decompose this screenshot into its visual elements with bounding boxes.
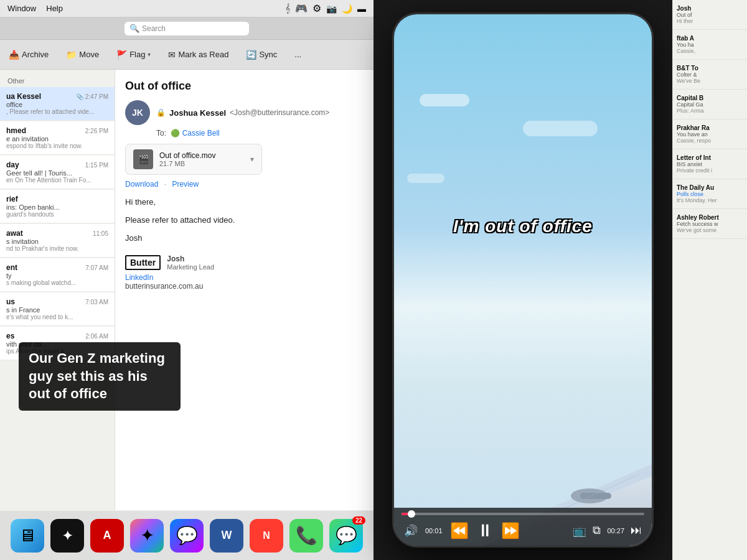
body-sign: Josh [125, 232, 364, 245]
list-item[interactable]: Ashley Robert Fetch success w We've got … [673, 209, 747, 239]
email-subject: ty [6, 272, 108, 279]
dock-messenger[interactable]: 💬 [170, 519, 204, 553]
left-panel: Window Help 𝄞 🎮 ⚙ 📷 🌙 ▬ 🔍 Search 📥 Archi… [0, 0, 374, 560]
right-email-strip: Josh Out of Hi ther ftab A You ha Cassie… [672, 0, 747, 560]
attachment-name: Out of office.mov [159, 151, 244, 160]
email-sender: us [6, 297, 15, 306]
email-sender: ua Kessel [6, 92, 41, 101]
email-subject: Geer tell all! | Touris... [6, 169, 108, 177]
dock-phone[interactable]: 📞 [289, 519, 323, 553]
sender-avatar: JK [125, 100, 150, 125]
rewind-icon[interactable]: ⏪ [450, 522, 469, 539]
list-item[interactable]: us 7:03 AM s in France e's what you need… [0, 292, 115, 326]
body-line1: Please refer to attached video. [125, 214, 364, 227]
flag-label: Flag [129, 50, 145, 59]
search-input-area[interactable]: 🔍 Search [125, 22, 249, 35]
dock-word[interactable]: W [210, 519, 243, 553]
list-item[interactable]: hmed 2:26 PM e an invitation espond to I… [0, 121, 115, 155]
signature-linkedin[interactable]: LinkedIn [125, 273, 364, 282]
list-item[interactable]: ftab A You ha Cassie, [673, 30, 747, 60]
controls-row: 🔊 00:01 ⏪ ⏸ ⏩ 📺 ⧉ 00:27 ⏭ [402, 520, 644, 541]
strip-preview: Private credit i [677, 167, 743, 174]
flag-button[interactable]: 🚩 Flag ▾ [113, 47, 154, 62]
dock-figma[interactable]: ✦ [130, 519, 164, 553]
list-item[interactable]: ent 7:07 AM ty s making global watchd... [0, 258, 115, 292]
controls-right: 📺 ⧉ 00:27 ⏭ [573, 524, 642, 538]
fast-forward-icon[interactable]: ⏩ [501, 522, 520, 539]
dock: 🖥 ✦ A ✦ 💬 W N 📞 💬 [0, 510, 374, 560]
list-item[interactable]: B&T To Colter & We've Be [673, 60, 747, 90]
search-placeholder: Search [142, 24, 166, 33]
email-time: 2:06 AM [85, 333, 108, 340]
preview-link[interactable]: Preview [172, 180, 199, 189]
email-subject: s invitation [6, 238, 108, 245]
strip-subject: Fetch success w [677, 221, 743, 227]
strip-preview: Hi ther [677, 18, 743, 24]
email-sender: hmed [6, 126, 26, 135]
attachment-chevron-icon: ▾ [250, 155, 254, 164]
strip-preview: Cassie, respo [677, 138, 743, 144]
play-pause-icon[interactable]: ⏸ [476, 520, 494, 541]
move-button[interactable]: 📁 Move [62, 47, 103, 62]
list-item[interactable]: rief ins: Open banki... guard's handouts [0, 190, 115, 223]
list-item[interactable]: ua Kessel 📎 2:47 PM office , Please refe… [0, 87, 115, 121]
progress-fill [402, 513, 411, 515]
signature-company: Butter [125, 255, 161, 270]
system-icons: 𝄞 🎮 ⚙ 📷 🌙 ▬ [285, 2, 366, 14]
mark-as-read-label: Mark as Read [178, 50, 228, 59]
email-detail: Out of office JK 🔒 Joshua Kessel <Josh@b… [115, 70, 374, 560]
move-icon: 📁 [66, 50, 77, 60]
to-name: Cassie Bell [182, 129, 220, 138]
email-from-row: JK 🔒 Joshua Kessel <Josh@butterinsurance… [125, 100, 364, 125]
signature-title: Marketing Lead [167, 263, 214, 271]
mark-as-read-button[interactable]: ✉ Mark as Read [164, 47, 232, 62]
toolbar: 📥 Archive 📁 Move 🚩 Flag ▾ ✉ Mark as Read… [0, 40, 374, 70]
cloud-3 [407, 174, 444, 183]
flag-icon: 🚩 [116, 50, 127, 60]
strip-preview: It's Monday. Her [677, 197, 743, 203]
controls-left: 🔊 00:01 ⏪ ⏸ ⏩ [404, 520, 520, 541]
list-item[interactable]: Prakhar Ra You have an Cassie, respo [673, 119, 747, 149]
list-item[interactable]: Capital B Capital Ga Plus: Arma [673, 90, 747, 119]
strip-sender: Josh [677, 5, 743, 12]
strip-subject: Out of [677, 12, 743, 18]
archive-button[interactable]: 📥 Archive [5, 47, 52, 62]
strip-subject: BIS anxiet [677, 161, 743, 167]
strip-sender: ftab A [677, 35, 743, 42]
progress-bar[interactable] [402, 513, 644, 515]
volume-icon[interactable]: 🔊 [404, 524, 418, 538]
more-button[interactable]: ... [291, 47, 305, 62]
attachment-box[interactable]: 🎬 Out of office.mov 21.7 MB ▾ [125, 144, 262, 175]
dock-finder[interactable]: 🖥 [11, 519, 44, 553]
airplay-icon[interactable]: 📺 [573, 524, 586, 538]
email-list: ua Kessel 📎 2:47 PM office , Please refe… [0, 87, 115, 361]
list-item[interactable]: day 1:15 PM Geer tell all! | Touris... e… [0, 156, 115, 189]
download-link[interactable]: Download [125, 180, 158, 189]
sender-lock-icon: 🔒 [156, 108, 166, 117]
fullscreen-icon[interactable]: ⏭ [631, 524, 642, 537]
sync-icon: 🔄 [246, 50, 256, 60]
more-label: ... [294, 50, 301, 59]
dock-acrobat[interactable]: A [90, 519, 124, 553]
menu-help[interactable]: Help [46, 4, 63, 13]
strip-sender: Capital B [677, 95, 743, 101]
list-item[interactable]: Letter of Int BIS anxiet Private credit … [673, 149, 747, 179]
list-item[interactable]: The Daily Au Polls close It's Monday. He… [673, 179, 747, 209]
sync-button[interactable]: 🔄 Sync [242, 47, 281, 62]
pip-icon[interactable]: ⧉ [593, 524, 601, 537]
email-subject: office [6, 101, 108, 108]
signature-name: Josh [167, 254, 214, 263]
phone-device: I'm out of office 🔊 00:01 ⏪ ⏸ ⏩ [392, 12, 654, 548]
dock-chatgpt[interactable]: ✦ [50, 519, 84, 553]
to-label: To: [156, 129, 166, 138]
email-sender: ent [6, 263, 17, 272]
email-sender: awat [6, 229, 23, 238]
strip-sender: The Daily Au [677, 184, 743, 191]
video-caption-text: I'm out of office [453, 217, 593, 236]
email-preview: , Please refer to attached vide... [6, 108, 108, 115]
list-item[interactable]: awat 11:05 s invitation nd to Prakhar's … [0, 224, 115, 258]
menu-window[interactable]: Window [7, 4, 36, 13]
list-item[interactable]: Josh Out of Hi ther [673, 0, 747, 30]
dock-news[interactable]: N [250, 519, 283, 553]
dock-messages[interactable]: 💬 [329, 519, 363, 553]
